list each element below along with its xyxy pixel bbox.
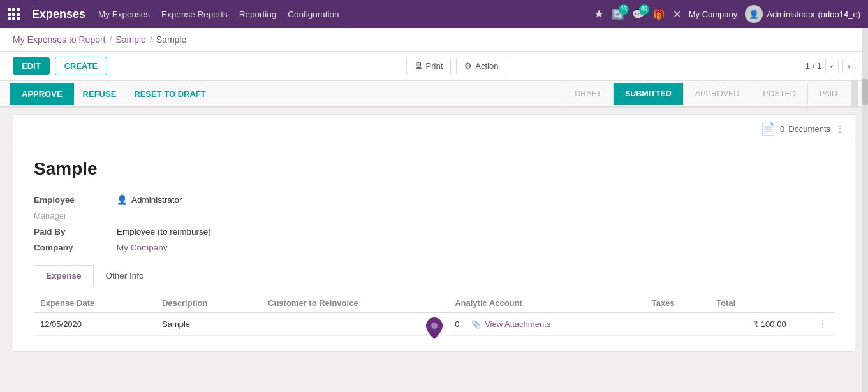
col-total: Total [710, 294, 793, 313]
close-icon[interactable]: ✕ [673, 8, 681, 20]
status-step-draft[interactable]: DRAFT [563, 83, 613, 105]
breadcrumb-link-2[interactable]: Sample [115, 34, 145, 45]
messages-badge: 49 [639, 4, 649, 15]
employee-label: Employee [34, 195, 117, 205]
svg-point-0 [431, 323, 438, 329]
cell-total: ₹ 100.00 [710, 313, 793, 336]
toolbar: EDIT CREATE 🖶 Print ⚙ Action 1 / 1 ‹ › [0, 52, 868, 81]
col-options [793, 294, 834, 313]
card-more-icon[interactable]: ⋮ [835, 124, 844, 134]
cell-analytic: 0 📎 View Attachments [448, 313, 645, 336]
col-description: Description [156, 294, 261, 313]
prev-button[interactable]: ‹ [825, 59, 838, 73]
manager-field-row: Manager [34, 211, 834, 221]
settings-icon[interactable]: ★ [594, 7, 604, 21]
paid-by-label: Paid By [34, 227, 117, 236]
col-analytic: Analytic Account [448, 294, 645, 313]
cell-description: Sample [156, 313, 261, 336]
create-button[interactable]: CREATE [55, 57, 107, 75]
record-card: 📄 0 Documents ⋮ Sample Employee 👤 Admini… [13, 114, 855, 352]
card-top-bar: 📄 0 Documents ⋮ [13, 115, 855, 143]
document-icon: 📄 [760, 121, 776, 136]
print-button[interactable]: 🖶 Print [406, 57, 452, 75]
breadcrumb-link-1[interactable]: My Expenses to Report [13, 34, 106, 45]
row-options-icon[interactable]: ⋮ [818, 319, 828, 330]
status-step-approved[interactable]: APPROVED [683, 83, 751, 105]
documents-count: 0 [780, 124, 784, 134]
page-scrollbar[interactable] [862, 28, 868, 358]
company-label: Company [34, 243, 117, 252]
breadcrumb-sep-1: / [110, 34, 112, 45]
documents-counter[interactable]: 📄 0 Documents [760, 121, 830, 136]
breadcrumb-current: Sample [156, 34, 186, 45]
cell-reinvoice [261, 313, 448, 336]
menu-my-expenses[interactable]: My Expenses [98, 10, 150, 19]
app-grid-icon[interactable] [8, 8, 19, 20]
menu-reporting[interactable]: Reporting [239, 10, 277, 19]
status-steps: DRAFT SUBMITTED APPROVED POSTED PAID [563, 83, 849, 105]
employee-field-row: Employee 👤 Administrator [34, 194, 834, 205]
print-icon: 🖶 [415, 61, 423, 71]
statusbar: APPROVE REFUSE RESET TO DRAFT DRAFT SUBM… [0, 81, 868, 108]
avatar: 👤 [745, 5, 763, 23]
paid-by-field-row: Paid By Employee (to reimburse) [34, 227, 834, 236]
updates-badge: 23 [619, 4, 629, 15]
status-step-paid[interactable]: PAID [807, 83, 849, 105]
user-name: Administrator (odoo14_e) [767, 10, 860, 19]
breadcrumb-sep-2: / [150, 34, 152, 45]
refuse-button[interactable]: REFUSE [74, 83, 126, 105]
status-step-posted[interactable]: POSTED [751, 83, 807, 105]
topnav-right: ★ 🔄 23 💬 49 🎁 ✕ My Company 👤 Administrat… [594, 5, 860, 23]
messages-icon[interactable]: 💬 49 [632, 8, 645, 20]
manager-label: Manager [34, 211, 117, 221]
attachment-icon: 📎 [471, 320, 481, 329]
location-marker [426, 318, 443, 338]
company-value[interactable]: My Company [117, 243, 168, 252]
breadcrumb: My Expenses to Report / Sample / Sample [0, 28, 868, 52]
col-taxes: Taxes [645, 294, 710, 313]
record-title: Sample [34, 159, 834, 179]
tab-expense[interactable]: Expense [34, 265, 94, 286]
updates-icon[interactable]: 🔄 23 [612, 8, 624, 20]
col-expense-date: Expense Date [34, 294, 156, 313]
cell-taxes [645, 313, 710, 336]
gift-icon[interactable]: 🎁 [652, 8, 665, 20]
paid-by-value: Employee (to reimburse) [117, 227, 211, 236]
scroll-thumb[interactable] [862, 79, 868, 105]
next-button[interactable]: › [842, 59, 855, 73]
table-header-row: Expense Date Description Customer to Rei… [34, 294, 834, 313]
pagination-count: 1 / 1 [805, 61, 821, 71]
app-name: Expenses [32, 8, 85, 21]
status-step-submitted[interactable]: SUBMITTED [613, 83, 683, 105]
statusbar-actions: APPROVE REFUSE RESET TO DRAFT [10, 83, 215, 105]
company-field-row: Company My Company [34, 243, 834, 252]
cell-date: 12/05/2020 [34, 313, 156, 336]
documents-label: Documents [788, 124, 830, 134]
employee-avatar-icon: 👤 [117, 194, 128, 205]
top-navigation: Expenses My Expenses Expense Reports Rep… [0, 0, 868, 28]
gear-icon: ⚙ [464, 61, 472, 71]
main-menu: My Expenses Expense Reports Reporting Co… [98, 10, 339, 19]
company-name[interactable]: My Company [689, 10, 738, 19]
action-button[interactable]: ⚙ Action [456, 57, 506, 75]
tab-other-info[interactable]: Other Info [94, 265, 156, 286]
user-menu[interactable]: 👤 Administrator (odoo14_e) [745, 5, 860, 23]
scrollbar-handle[interactable] [851, 81, 858, 106]
edit-button[interactable]: EDIT [13, 57, 50, 75]
cell-options[interactable]: ⋮ [793, 313, 834, 336]
view-attachments-link[interactable]: 📎 View Attachments [471, 319, 551, 329]
reset-to-draft-button[interactable]: RESET TO DRAFT [125, 83, 214, 105]
employee-value: 👤 Administrator [117, 194, 182, 205]
col-reinvoice: Customer to Reinvoice [261, 294, 448, 313]
print-label: Print [426, 61, 443, 71]
menu-expense-reports[interactable]: Expense Reports [161, 10, 228, 19]
main-content: 📄 0 Documents ⋮ Sample Employee 👤 Admini… [0, 108, 868, 358]
approve-button[interactable]: APPROVE [10, 83, 74, 105]
menu-configuration[interactable]: Configuration [288, 10, 339, 19]
pagination: 1 / 1 ‹ › [805, 59, 855, 73]
tabs: Expense Other Info [34, 265, 834, 286]
action-label: Action [475, 61, 498, 71]
